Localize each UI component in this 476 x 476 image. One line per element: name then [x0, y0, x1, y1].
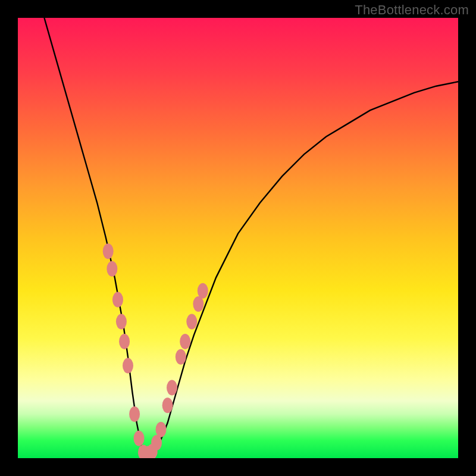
curve-marker [116, 314, 127, 330]
curve-marker [156, 422, 167, 437]
bottleneck-curve [44, 18, 458, 454]
plot-area [18, 18, 458, 458]
curve-marker [180, 334, 190, 349]
curve-marker [119, 334, 130, 349]
curve-marker [162, 397, 173, 413]
curve-marker [167, 380, 177, 396]
watermark-text: TheBottleneck.com [355, 2, 469, 18]
curve-marker [134, 431, 145, 446]
curve-marker [103, 243, 114, 259]
markers-group [103, 243, 208, 458]
curve-marker [151, 435, 162, 450]
curve-svg [18, 18, 458, 458]
curve-marker [176, 349, 186, 365]
curve-marker [186, 314, 197, 330]
curve-marker [198, 283, 208, 299]
curve-marker [193, 296, 203, 312]
curve-marker [107, 261, 117, 277]
chart-frame: TheBottleneck.com [0, 0, 476, 476]
curve-marker [112, 292, 123, 308]
curve-marker [123, 358, 133, 374]
curve-marker [129, 406, 140, 422]
